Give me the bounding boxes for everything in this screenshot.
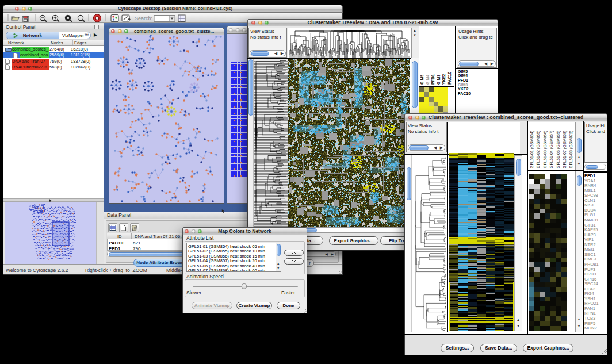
svg-text:Search:: Search: [135,16,152,21]
